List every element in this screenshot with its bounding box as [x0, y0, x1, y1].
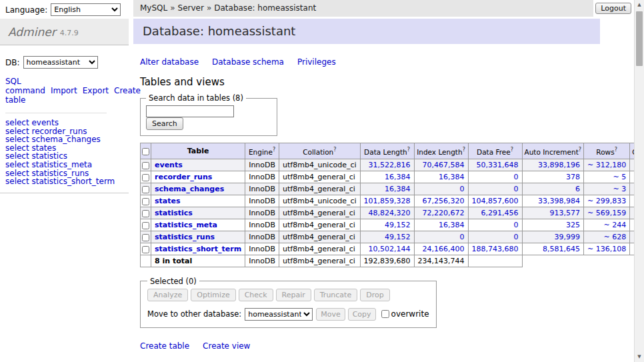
data-length-link[interactable]: 101,859,328	[364, 197, 411, 205]
row-checkbox-schema-changes[interactable]	[142, 186, 149, 193]
row-checkbox-statistics-meta[interactable]	[142, 222, 149, 229]
table-name-link-events[interactable]: events	[155, 161, 183, 169]
check-button[interactable]: Check	[239, 289, 273, 301]
create-view-link[interactable]: Create view	[203, 341, 250, 351]
data-length-link[interactable]: 49,152	[385, 233, 411, 241]
data-length-link[interactable]: 16,384	[385, 185, 411, 193]
row-checkbox-recorder-runs[interactable]	[142, 174, 149, 181]
truncate-button[interactable]: Truncate	[314, 289, 357, 301]
help-link[interactable]: ?	[511, 147, 513, 153]
row-checkbox-events[interactable]	[142, 162, 149, 169]
help-link[interactable]: ?	[579, 147, 581, 153]
data-free-link[interactable]: 104,857,600	[472, 197, 519, 205]
sidebar-link-export[interactable]: Export	[83, 86, 109, 95]
search-button[interactable]: Search	[146, 117, 183, 130]
help-link[interactable]: ?	[333, 147, 336, 153]
row-checkbox-statistics-runs[interactable]	[142, 234, 149, 241]
overwrite-checkbox[interactable]	[381, 310, 389, 318]
rows-link[interactable]: ~ 5	[613, 173, 627, 181]
breadcrumb-item-mysql[interactable]: MySQL	[140, 3, 167, 13]
auto-increment-link[interactable]: 33,398,984	[538, 197, 580, 205]
copy-button[interactable]: Copy	[348, 308, 376, 321]
data-free-link[interactable]: 0	[514, 221, 519, 229]
data-free-link[interactable]: 188,743,680	[472, 245, 519, 253]
data-free-link[interactable]: 0	[514, 173, 519, 181]
help-link[interactable]: ?	[407, 147, 410, 153]
move-db-select[interactable]: homeassistant	[245, 308, 313, 321]
auto-increment-link[interactable]: 33,898,196	[538, 161, 580, 169]
logout-button[interactable]: Logout	[595, 3, 631, 14]
data-free-link[interactable]: 0	[514, 185, 519, 193]
help-link[interactable]: ?	[615, 147, 617, 153]
data-free-link[interactable]: 0	[514, 233, 519, 241]
index-length-link[interactable]: 16,384	[439, 173, 465, 181]
data-length-link[interactable]: 10,502,144	[369, 245, 411, 253]
rows-link[interactable]: ~ 136,108	[587, 245, 626, 253]
rows-link[interactable]: ~ 312,180	[587, 161, 626, 169]
table-name-link-statistics-short-term[interactable]: statistics_short_term	[155, 245, 241, 253]
table-name-link-statistics-runs[interactable]: statistics_runs	[155, 233, 215, 241]
rows-link[interactable]: ~ 244	[604, 221, 627, 229]
auto-increment-link[interactable]: 378	[566, 173, 580, 181]
search-input[interactable]	[146, 105, 234, 117]
main-content: Database: homeassistant Alter databaseDa…	[133, 19, 634, 362]
create-table-link[interactable]: Create table	[140, 341, 189, 351]
select-link-statistics-short-term[interactable]: select	[5, 177, 29, 186]
data-free-link[interactable]: 50,331,648	[477, 161, 519, 169]
drop-button[interactable]: Drop	[360, 289, 389, 301]
action-database-schema[interactable]: Database schema	[212, 57, 284, 67]
rows-link[interactable]: ~ 569,159	[587, 209, 626, 217]
index-length-link[interactable]: 72,220,672	[423, 209, 465, 217]
row-checkbox-statistics[interactable]	[142, 210, 149, 217]
scrollbar-up-arrow[interactable]: ▲	[635, 0, 644, 10]
sidebar-link-import[interactable]: Import	[51, 86, 77, 95]
adminer-logo[interactable]: Adminer	[8, 25, 56, 39]
help-link[interactable]: ?	[273, 147, 275, 153]
move-button[interactable]: Move	[316, 308, 345, 321]
auto-increment-link[interactable]: 325	[566, 221, 580, 229]
index-length-link[interactable]: 0	[460, 233, 465, 241]
scrollbar-thumb[interactable]	[636, 11, 643, 66]
table-name-cell: events	[151, 159, 245, 171]
rows-link[interactable]: ~ 299,833	[587, 197, 626, 205]
table-name-link-recorder-runs[interactable]: recorder_runs	[155, 173, 212, 181]
select-all-checkbox[interactable]	[142, 148, 149, 155]
index-length-link[interactable]: 0	[460, 185, 465, 193]
column-header-data-length: Data Length?	[360, 143, 414, 159]
auto-increment-link[interactable]: 39,999	[555, 233, 581, 241]
table-name-link-schema-changes[interactable]: schema_changes	[155, 185, 224, 193]
row-checkbox-statistics-short-term[interactable]	[142, 246, 149, 253]
auto-increment-link[interactable]: 8,581,645	[543, 245, 580, 253]
data-length-link[interactable]: 49,152	[385, 221, 411, 229]
sidebar-link-sql-command[interactable]: SQL command	[5, 77, 45, 95]
language-select[interactable]: English	[51, 3, 121, 16]
optimize-button[interactable]: Optimize	[191, 289, 235, 301]
scrollbar[interactable]: ▲ ▼	[634, 0, 644, 362]
index-length-link[interactable]: 16,384	[439, 221, 465, 229]
rows-link[interactable]: ~ 3	[613, 185, 627, 193]
row-checkbox-states[interactable]	[142, 198, 149, 205]
data-length-link[interactable]: 31,522,816	[369, 161, 411, 169]
table-name-link-states[interactable]: states	[155, 197, 181, 205]
analyze-button[interactable]: Analyze	[147, 289, 188, 301]
breadcrumb-item-server[interactable]: Server	[178, 3, 204, 13]
table-link-statistics-short-term[interactable]: statistics_short_term	[31, 177, 115, 186]
table-name-link-statistics[interactable]: statistics	[155, 209, 193, 217]
repair-button[interactable]: Repair	[276, 289, 311, 301]
auto-increment-cell: 8,581,645	[522, 243, 584, 255]
help-link[interactable]: ?	[463, 147, 465, 153]
table-name-link-statistics-meta[interactable]: statistics_meta	[155, 221, 217, 229]
index-length-link[interactable]: 24,166,400	[423, 245, 465, 253]
action-privileges[interactable]: Privileges	[297, 57, 336, 67]
db-select[interactable]: homeassistant	[23, 56, 98, 69]
auto-increment-link[interactable]: 913,577	[550, 209, 581, 217]
data-free-link[interactable]: 6,291,456	[481, 209, 519, 217]
index-length-link[interactable]: 70,467,584	[423, 161, 465, 169]
index-length-link[interactable]: 67,256,320	[423, 197, 465, 205]
action-alter-database[interactable]: Alter database	[140, 57, 199, 67]
rows-link[interactable]: ~ 628	[604, 233, 627, 241]
scrollbar-down-arrow[interactable]: ▼	[635, 352, 644, 362]
data-length-link[interactable]: 16,384	[385, 173, 411, 181]
auto-increment-link[interactable]: 6	[575, 185, 580, 193]
data-length-link[interactable]: 48,824,320	[369, 209, 411, 217]
